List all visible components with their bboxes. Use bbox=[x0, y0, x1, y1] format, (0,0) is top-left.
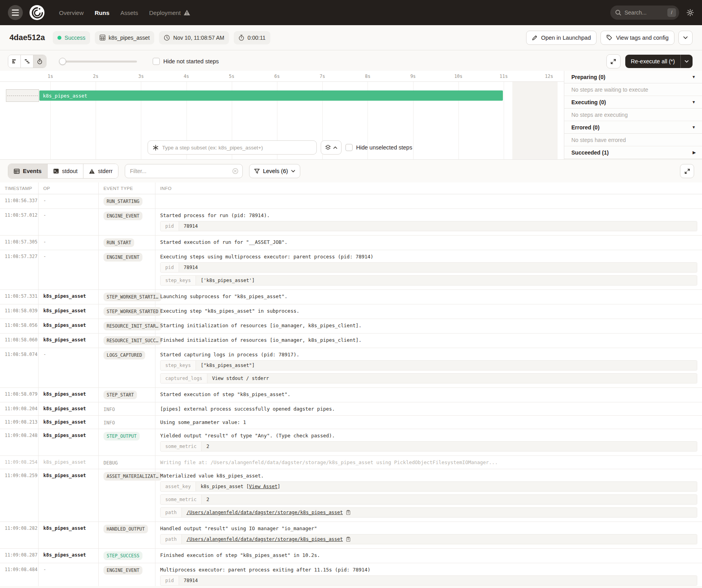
gantt-step-bar[interactable]: k8s_pipes_asset bbox=[39, 90, 503, 101]
events-fullscreen-button[interactable] bbox=[680, 164, 694, 178]
caret-right-icon: ▶ bbox=[693, 150, 696, 155]
event-op: k8s_pipes_asset bbox=[39, 304, 99, 319]
metadata-row: some_metric2 bbox=[160, 494, 697, 505]
log-filter-input[interactable]: Filter... bbox=[125, 164, 243, 178]
metadata-link[interactable]: /Users/alangenfeld/data/dagster/storage/… bbox=[187, 510, 343, 515]
metadata-value: /Users/alangenfeld/data/dagster/storage/… bbox=[182, 508, 697, 517]
event-timestamp: 11:08:56.337 bbox=[0, 194, 39, 208]
event-type-badge: STEP_SUCCESS bbox=[103, 551, 142, 560]
settings-gear-button[interactable] bbox=[686, 9, 694, 17]
nav-item-overview[interactable]: Overview bbox=[59, 9, 84, 16]
event-info-text: Launching subprocess for "k8s_pipes_asse… bbox=[160, 293, 697, 299]
nav-item-deployment[interactable]: Deployment bbox=[149, 9, 190, 16]
copy-icon[interactable] bbox=[346, 510, 351, 515]
hide-unselected-checkbox[interactable]: Hide unselected steps bbox=[345, 144, 412, 151]
view-tags-config-button[interactable]: View tags and config bbox=[600, 31, 674, 45]
event-row: 11:09:08.287k8s_pipes_assetSTEP_SUCCESSF… bbox=[0, 549, 702, 563]
levels-filter-button[interactable]: Levels (6) bbox=[249, 164, 300, 178]
events-section: Events stdout stderr Filter... bbox=[0, 160, 702, 586]
event-type-badge: INFO bbox=[103, 406, 115, 412]
event-info-text: Multiprocess executor: parent process ex… bbox=[160, 567, 697, 573]
tab-stderr[interactable]: stderr bbox=[83, 164, 118, 178]
metadata-key: pid bbox=[161, 221, 179, 231]
search-input[interactable]: Search... / bbox=[610, 6, 679, 20]
metadata-value: 78914 bbox=[179, 263, 697, 272]
event-timestamp: 11:08:57.331 bbox=[0, 290, 39, 304]
metadata-row: step_keys["k8s_pipes_asset"] bbox=[160, 360, 697, 370]
reexecute-dropdown-caret[interactable] bbox=[680, 55, 693, 68]
event-timestamp: 11:08:58.039 bbox=[0, 304, 39, 319]
event-info-cell: Started capturing logs in process (pid: … bbox=[155, 348, 702, 387]
checkbox-icon[interactable] bbox=[345, 144, 353, 151]
step-panel-section-header[interactable]: Preparing (0)▼ bbox=[564, 71, 702, 83]
event-timestamp: 11:09:08.204 bbox=[0, 402, 39, 415]
col-timestamp: TIMESTAMP bbox=[0, 182, 39, 194]
event-info-text: Started execution of step "k8s_pipes_ass… bbox=[160, 391, 697, 397]
event-type-badge: STEP_WORKER_STARTI… bbox=[103, 293, 162, 301]
nav-item-runs[interactable]: Runs bbox=[95, 9, 110, 16]
event-row: 11:09:08.254k8s_pipes_assetDEBUGWriting … bbox=[0, 456, 702, 469]
timed-view-button[interactable] bbox=[33, 55, 46, 68]
copy-icon[interactable] bbox=[346, 536, 351, 542]
dagster-logo-icon[interactable] bbox=[29, 5, 45, 20]
event-type-cell: RESOURCE_INIT_SUCC… bbox=[99, 334, 155, 348]
event-info-cell: Launching subprocess for "k8s_pipes_asse… bbox=[155, 290, 702, 304]
event-type-cell: LOGS_CAPTURED bbox=[99, 348, 155, 387]
event-type-cell: STEP_START bbox=[99, 388, 155, 402]
flat-view-button[interactable] bbox=[8, 55, 21, 68]
open-in-launchpad-button[interactable]: Open in Launchpad bbox=[526, 31, 597, 45]
gantt-fullscreen-button[interactable] bbox=[606, 54, 621, 68]
metadata-link[interactable]: View Asset bbox=[249, 484, 277, 489]
waterfall-view-button[interactable] bbox=[21, 55, 33, 68]
search-icon bbox=[615, 9, 621, 16]
metadata-value: ["k8s_pipes_asset"] bbox=[196, 361, 697, 370]
event-type-badge: STEP_START bbox=[103, 391, 137, 399]
log-tabs: Events stdout stderr bbox=[8, 164, 118, 179]
slider-knob[interactable] bbox=[59, 58, 66, 65]
event-row: 11:09:08.248k8s_pipes_assetSTEP_OUTPUTYi… bbox=[0, 429, 702, 456]
event-info-text: Started execution of run for "__ASSET_JO… bbox=[160, 239, 697, 245]
event-info-cell: Started process for run (pid: 78914).pid… bbox=[155, 209, 702, 235]
step-panel-empty-text: No steps are executing bbox=[564, 109, 702, 121]
metadata-value: 78914 bbox=[179, 221, 697, 231]
gantt-section: Hide not started steps Re-execute all (*… bbox=[0, 50, 702, 160]
status-dot-icon bbox=[57, 36, 61, 40]
event-type-badge: ENGINE_EVENT bbox=[103, 566, 142, 575]
main-nav: OverviewRunsAssetsDeployment bbox=[59, 9, 190, 16]
run-actions-dropdown-button[interactable] bbox=[678, 31, 693, 45]
step-status-panel: Preparing (0)▼No steps are waiting to ex… bbox=[564, 71, 702, 159]
tab-stdout[interactable]: stdout bbox=[48, 164, 84, 178]
event-row: 11:09:08.213k8s_pipes_assetINFOUsing som… bbox=[0, 416, 702, 429]
job-name-tag[interactable]: k8s_pipes_asset bbox=[95, 31, 154, 44]
event-timestamp: 11:09:08.282 bbox=[0, 522, 39, 548]
timeline-tick: 11s bbox=[500, 74, 508, 79]
checkbox-icon[interactable] bbox=[153, 58, 160, 65]
timeline-tick: 12s bbox=[545, 74, 553, 79]
event-timestamp: 11:08:58.060 bbox=[0, 334, 39, 348]
hide-not-started-checkbox[interactable]: Hide not started steps bbox=[153, 58, 219, 65]
event-info-cell: Writing file at: /Users/alangenfeld/data… bbox=[155, 456, 702, 469]
tab-events[interactable]: Events bbox=[8, 164, 48, 178]
filter-placeholder: Filter... bbox=[130, 168, 232, 174]
metadata-link[interactable]: /Users/alangenfeld/data/dagster/storage/… bbox=[187, 536, 343, 542]
apply-selection-button[interactable] bbox=[321, 140, 342, 155]
step-panel-section-header[interactable]: Errored (0)▼ bbox=[564, 121, 702, 134]
event-type-badge: ASSET_MATERIALIZAT… bbox=[103, 472, 162, 481]
step-subset-input[interactable]: Type a step subset (ex: k8s_pipes_asset+… bbox=[148, 140, 317, 155]
reexecute-all-button[interactable]: Re-execute all (*) bbox=[625, 55, 693, 68]
clear-filter-icon[interactable] bbox=[232, 168, 238, 174]
event-op: k8s_pipes_asset bbox=[39, 319, 99, 333]
gantt-waiting-segment bbox=[6, 89, 39, 102]
event-type-badge: LOGS_CAPTURED bbox=[103, 351, 145, 359]
nav-item-assets[interactable]: Assets bbox=[120, 9, 138, 16]
gantt-zoom-slider[interactable] bbox=[60, 58, 137, 65]
hamburger-menu-button[interactable] bbox=[8, 5, 23, 20]
metadata-value: 2 bbox=[201, 495, 697, 504]
step-panel-section-header[interactable]: Succeeded (1)▶ bbox=[564, 146, 702, 159]
metadata-row: some_metric2 bbox=[160, 441, 697, 452]
event-info-cell: Finished execution of step "k8s_pipes_as… bbox=[155, 549, 702, 563]
event-info-text: [pipes] external process successfully op… bbox=[160, 406, 697, 412]
step-panel-section-header[interactable]: Executing (0)▼ bbox=[564, 96, 702, 109]
tag-icon bbox=[606, 35, 612, 41]
metadata-row: asset_keyk8s_pipes_asset [View Asset] bbox=[160, 481, 697, 492]
